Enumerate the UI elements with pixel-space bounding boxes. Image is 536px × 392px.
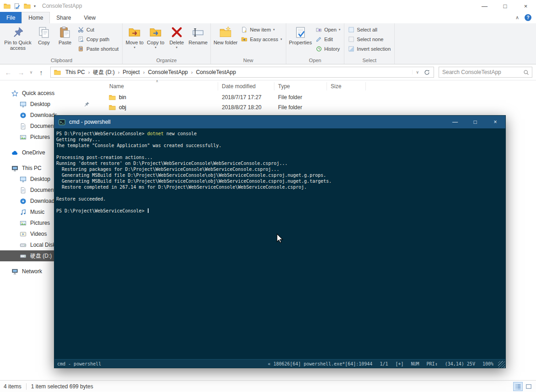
console-minimize-button[interactable]: — [445,116,465,128]
nav-item-label: Desktop [30,101,50,107]
select-all-button[interactable]: Select all [346,25,393,34]
help-icon[interactable]: ? [525,14,531,21]
properties-button[interactable]: Properties [288,24,313,45]
paste-button[interactable]: Paste [54,24,75,45]
open-button[interactable]: Open ▾ [313,25,343,34]
breadcrumb-item[interactable]: ConsoleTestApp [146,69,189,75]
move-to-button[interactable]: Move to ▾ [124,24,145,49]
delete-label: Delete [169,40,184,45]
new-item-button[interactable]: New item ▾ [239,25,284,34]
explorer-titlebar: ▾ ConsoleTestApp — □ × [0,0,536,12]
nav-item-label: Downloads [30,112,57,118]
easy-access-button[interactable]: Easy access ▾ [239,34,284,44]
console-line [56,202,504,208]
qat-new-folder-button[interactable] [23,2,31,10]
console-maximize-button[interactable]: □ [465,116,485,128]
column-header-name[interactable]: ∧ Name [94,82,218,90]
explorer-app-icon [3,2,11,10]
copy-button[interactable]: Copy [33,24,54,45]
console-status-segment: « 180626[64] powershell.exe*[64]:10944 [268,361,373,366]
tab-file[interactable]: File [0,12,21,23]
file-row[interactable]: bin2018/7/17 17:27File folder [94,92,536,102]
address-bar[interactable]: This PC›硬盘 (D:)›Project›ConsoleTestApp›C… [50,67,434,78]
breadcrumb-separator-icon[interactable]: › [118,69,120,75]
invert-selection-button[interactable]: Invert selection [346,44,393,53]
move-to-icon [128,25,141,40]
forward-button[interactable]: → [16,69,27,76]
column-header-type-label: Type [278,83,290,90]
qat-properties-button[interactable] [13,2,21,10]
close-button[interactable]: × [515,0,536,12]
minimize-button[interactable]: — [474,0,495,12]
details-view-button[interactable] [513,382,523,391]
console-status-segment: 100% [482,361,493,366]
history-button[interactable]: History [313,44,343,53]
console-titlebar[interactable]: cmd - powershell — □ × [54,116,505,128]
edit-button[interactable]: Edit [313,34,343,44]
recent-locations-chevron-icon[interactable]: ∨ [28,70,34,74]
monitor-icon [19,101,27,108]
console-close-button[interactable]: × [485,116,505,128]
console-status-segment: (34,14) 25V [445,361,475,366]
select-all-label: Select all [357,27,377,32]
text-cursor [148,208,149,213]
console-status-title: cmd - powershell [57,361,101,366]
downloads-icon [19,197,27,205]
column-header-size-label: Size [331,83,341,90]
nav-item-label: Pictures [30,220,50,226]
delete-icon [170,25,183,40]
copy-to-label: Copy to [147,40,164,45]
rename-button[interactable]: Rename [187,24,209,45]
column-header-date-modified[interactable]: Date modified [218,82,274,90]
column-header-name-label: Name [109,83,124,90]
new-folder-button[interactable]: New folder [212,24,239,45]
tab-home[interactable]: Home [21,12,50,23]
breadcrumb-item[interactable]: ConsoleTestApp [194,69,237,75]
file-row[interactable]: obj2018/8/27 18:20File folder [94,102,536,112]
paste-shortcut-button[interactable]: Paste shortcut [75,44,121,53]
edit-label: Edit [324,37,333,42]
nav-item-desktop[interactable]: Desktop [0,99,94,110]
column-headers: ∧ Name Date modified Type Size [94,80,536,92]
pin-to-quick-access-button[interactable]: Pin to Quick access [2,24,33,51]
column-header-type[interactable]: Type [274,82,327,90]
folder-icon [108,94,116,101]
breadcrumb-item[interactable]: Project [121,69,141,75]
breadcrumb-item[interactable]: 硬盘 (D:) [91,69,116,76]
search-icon[interactable] [520,69,532,75]
breadcrumb-separator-icon[interactable]: › [88,69,91,75]
search-input[interactable] [439,69,520,75]
column-header-date-label: Date modified [222,83,256,90]
up-button[interactable]: ↑ [36,69,47,76]
breadcrumb-item[interactable]: This PC [64,69,87,75]
file-date-modified: 2018/7/17 17:27 [218,94,274,101]
tab-view[interactable]: View [77,12,102,23]
maximize-button[interactable]: □ [495,0,515,12]
tab-share[interactable]: Share [50,12,77,23]
select-none-button[interactable]: Select none [346,34,393,44]
back-button[interactable]: ← [3,69,14,76]
console-output[interactable]: PS D:\Project\WebServiceConsole> dotnet … [54,128,505,359]
breadcrumb-separator-icon[interactable]: › [191,69,193,75]
breadcrumb-separator-icon[interactable]: › [143,69,145,75]
column-header-size[interactable]: Size [327,82,366,90]
qat-customize-chevron-icon[interactable]: ▾ [34,4,36,8]
resize-grip-icon[interactable] [498,361,505,368]
console-line: Restore succeeded. [56,196,504,202]
console-statusbar: cmd - powershell « 180626[64] powershell… [54,359,505,368]
paste-label: Paste [59,40,71,45]
console-line [56,149,504,155]
console-line: Generating MSBuild file D:\Project\WebSe… [56,173,504,179]
file-name: bin [119,94,126,101]
file-date-modified: 2018/8/27 18:20 [218,104,274,111]
copy-path-button[interactable]: Copy path [75,34,121,44]
delete-button[interactable]: Delete ▾ [166,24,187,49]
cut-button[interactable]: Cut [75,25,121,34]
move-to-label: Move to [126,40,144,45]
copy-to-button[interactable]: Copy to ▾ [145,24,166,49]
refresh-icon[interactable] [422,69,432,75]
address-dropdown-icon[interactable]: ∨ [412,70,422,74]
nav-item-quick-access[interactable]: Quick access [0,88,94,99]
icons-view-button[interactable] [524,382,533,391]
ribbon-collapse-icon[interactable]: ∧ [515,15,519,21]
